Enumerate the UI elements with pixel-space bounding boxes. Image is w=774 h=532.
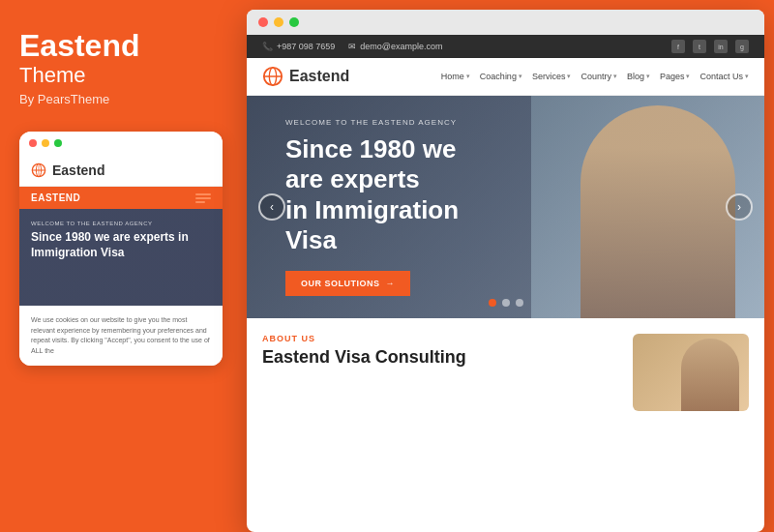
mobile-dot-yellow xyxy=(42,139,49,147)
hamburger-line-3 xyxy=(195,201,205,203)
nav-item-blog[interactable]: Blog ▾ xyxy=(627,72,650,81)
browser-titlebar xyxy=(247,10,764,35)
about-image xyxy=(633,334,749,411)
hero-cta-button[interactable]: OUR SOLUTIONS → xyxy=(285,271,410,296)
nav-item-services[interactable]: Services ▾ xyxy=(532,72,572,81)
left-panel: Eastend Theme By PearsTheme Eastend EAST… xyxy=(0,0,237,532)
topbar-contact-info: 📞 +987 098 7659 ✉ demo@example.com xyxy=(262,42,442,51)
linkedin-icon[interactable]: in xyxy=(714,40,728,53)
about-person-silhouette xyxy=(681,339,739,411)
hero-title-line2: in Immigration Visa xyxy=(285,195,459,254)
about-section: ABOUT US Eastend Visa Consulting xyxy=(262,334,617,411)
nav-item-coaching[interactable]: Coaching ▾ xyxy=(480,72,522,81)
google-icon[interactable]: g xyxy=(735,40,749,53)
nav-item-country[interactable]: Country ▾ xyxy=(580,72,617,81)
mobile-dot-green xyxy=(54,139,62,147)
nav-item-pages[interactable]: Pages ▾ xyxy=(660,72,691,81)
nav-contact-caret: ▾ xyxy=(745,73,749,80)
mobile-hero: WELCOME TO THE EASTEND AGENCY Since 1980… xyxy=(19,209,223,306)
mobile-hamburger-icon xyxy=(195,193,211,203)
site-logo-text: Eastend xyxy=(289,68,349,85)
hamburger-line-2 xyxy=(195,197,211,199)
mobile-globe-icon xyxy=(31,163,46,178)
mobile-nav-bar: EASTEND xyxy=(19,187,223,209)
hero-content: WELCOME TO THE EASTEND AGENCY Since 1980… xyxy=(247,118,531,296)
nav-country-caret: ▾ xyxy=(613,73,617,80)
site-hero: ‹ WELCOME TO THE EASTEND AGENCY Since 19… xyxy=(247,96,764,318)
hero-dot-3[interactable] xyxy=(516,299,523,307)
topbar-phone: 📞 +987 098 7659 xyxy=(262,42,335,51)
hamburger-line-1 xyxy=(195,193,211,195)
brand-theme-label: Theme xyxy=(19,63,218,88)
hero-title: Since 1980 we are experts in Immigration… xyxy=(285,134,492,255)
hero-welcome-text: WELCOME TO THE EASTEND AGENCY xyxy=(285,118,492,127)
mobile-card-body: We use cookies on our website to give yo… xyxy=(19,306,223,366)
hero-cta-arrow-icon: → xyxy=(386,279,396,288)
nav-country-label: Country xyxy=(580,72,611,81)
hero-next-button[interactable]: › xyxy=(726,193,753,221)
phone-icon: 📞 xyxy=(262,42,273,51)
nav-pages-label: Pages xyxy=(660,72,685,81)
nav-services-label: Services xyxy=(532,72,566,81)
mobile-dot-red xyxy=(29,139,37,147)
brand-name: Eastend xyxy=(19,29,218,63)
hero-prev-icon: ‹ xyxy=(270,200,274,214)
nav-blog-label: Blog xyxy=(627,72,644,81)
hero-title-line1: Since 1980 we are experts xyxy=(285,134,456,193)
nav-contact-label: Contact Us xyxy=(700,72,743,81)
mobile-nav-label: EASTEND xyxy=(31,192,80,203)
site-logo-globe-icon xyxy=(262,66,283,87)
mobile-hero-welcome: WELCOME TO THE EASTEND AGENCY xyxy=(31,221,211,226)
twitter-icon[interactable]: t xyxy=(693,40,706,53)
hero-cta-label: OUR SOLUTIONS xyxy=(301,279,380,288)
browser-dot-red xyxy=(258,17,268,27)
hero-prev-button[interactable]: ‹ xyxy=(258,193,285,221)
nav-home-label: Home xyxy=(441,72,464,81)
about-title: Eastend Visa Consulting xyxy=(262,347,617,368)
nav-item-contact[interactable]: Contact Us ▾ xyxy=(700,72,749,81)
browser-dot-yellow xyxy=(274,17,283,27)
brand-block: Eastend Theme By PearsTheme xyxy=(19,29,218,106)
site-below-hero: ABOUT US Eastend Visa Consulting xyxy=(247,318,764,411)
nav-blog-caret: ▾ xyxy=(646,73,650,80)
nav-services-caret: ▾ xyxy=(567,73,571,80)
site-topbar: 📞 +987 098 7659 ✉ demo@example.com f t i… xyxy=(247,35,764,58)
mobile-titlebar xyxy=(19,132,223,155)
mobile-logo-bar: Eastend xyxy=(19,155,223,187)
about-label: ABOUT US xyxy=(262,334,617,343)
nav-coaching-label: Coaching xyxy=(480,72,517,81)
nav-items: Home ▾ Coaching ▾ Services ▾ Country ▾ B… xyxy=(441,72,749,81)
browser-dot-green xyxy=(289,17,299,27)
hero-person-silhouette xyxy=(580,105,735,318)
browser-window: 📞 +987 098 7659 ✉ demo@example.com f t i… xyxy=(247,10,764,532)
nav-item-home[interactable]: Home ▾ xyxy=(441,72,470,81)
hero-pagination-dots xyxy=(489,299,523,307)
email-icon: ✉ xyxy=(348,42,356,51)
site-logo[interactable]: Eastend xyxy=(262,66,349,87)
hero-next-icon: › xyxy=(737,200,741,214)
topbar-email: ✉ demo@example.com xyxy=(348,42,442,51)
hero-dot-1[interactable] xyxy=(489,299,496,307)
mobile-preview-card: Eastend EASTEND WELCOME TO THE EASTEND A… xyxy=(19,132,223,366)
nav-pages-caret: ▾ xyxy=(686,73,690,80)
phone-number: +987 098 7659 xyxy=(277,42,335,51)
facebook-icon[interactable]: f xyxy=(671,40,685,53)
brand-by: By PearsTheme xyxy=(19,92,218,106)
hero-dot-2[interactable] xyxy=(502,299,510,307)
site-nav: Eastend Home ▾ Coaching ▾ Services ▾ Cou… xyxy=(247,58,764,96)
mobile-hero-title: Since 1980 we are experts in Immigration… xyxy=(31,230,211,260)
topbar-social-icons: f t in g xyxy=(671,40,749,53)
nav-coaching-caret: ▾ xyxy=(519,73,522,80)
mobile-logo-text: Eastend xyxy=(52,163,104,178)
email-address: demo@example.com xyxy=(360,42,442,51)
mobile-body-text: We use cookies on our website to give yo… xyxy=(31,315,211,356)
nav-home-caret: ▾ xyxy=(466,73,470,80)
